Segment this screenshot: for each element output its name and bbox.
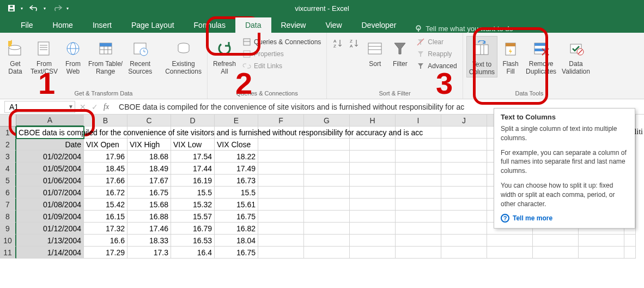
tab-review[interactable]: Review <box>271 17 316 33</box>
remove-duplicates-button[interactable]: RemoveDuplicates <box>524 36 558 76</box>
cell[interactable] <box>441 199 487 211</box>
sort-button[interactable]: Sort <box>363 36 387 69</box>
cell[interactable]: 17.67 <box>127 175 171 187</box>
cell[interactable]: 16.75 <box>215 211 258 223</box>
tab-file[interactable]: File <box>11 17 43 33</box>
cell[interactable] <box>396 211 441 223</box>
cell[interactable]: 16.75 <box>127 187 171 199</box>
tab-insert[interactable]: Insert <box>83 17 121 33</box>
cell[interactable] <box>350 163 396 175</box>
cell[interactable]: 16.79 <box>171 223 215 235</box>
get-data-button[interactable]: GetData <box>3 36 27 76</box>
cell[interactable]: 16.73 <box>215 175 258 187</box>
row-header[interactable]: 6 <box>0 187 16 199</box>
row-header[interactable]: 3 <box>0 151 16 163</box>
cell[interactable] <box>350 223 396 235</box>
cell[interactable] <box>624 247 636 259</box>
cell[interactable] <box>258 187 304 199</box>
cell[interactable]: 01/06/2004 <box>16 175 84 187</box>
edit-links-button[interactable]: Edit Links <box>239 60 323 72</box>
cell[interactable] <box>396 175 441 187</box>
cell[interactable]: 17.66 <box>84 175 127 187</box>
cell[interactable]: 15.5 <box>171 187 215 199</box>
cell[interactable] <box>441 151 487 163</box>
cell[interactable]: 17.32 <box>84 223 127 235</box>
cell[interactable]: 16.15 <box>84 211 127 223</box>
cell[interactable]: CBOE data is compiled for the convenienc… <box>16 127 84 139</box>
cell[interactable] <box>441 127 487 139</box>
cell[interactable] <box>396 163 441 175</box>
cell[interactable]: 16.75 <box>215 247 258 259</box>
column-header[interactable]: C <box>127 115 171 127</box>
cell[interactable]: 17.29 <box>84 247 127 259</box>
cell[interactable]: 17.54 <box>171 151 215 163</box>
select-all-corner[interactable] <box>0 115 16 127</box>
cell[interactable]: 01/08/2004 <box>16 199 84 211</box>
cell[interactable]: 01/07/2004 <box>16 187 84 199</box>
qat-customize-icon[interactable]: ▾ <box>66 6 71 11</box>
cell[interactable] <box>396 151 441 163</box>
cell[interactable]: VIX High <box>127 139 171 151</box>
cell[interactable] <box>304 211 350 223</box>
cell[interactable] <box>258 211 304 223</box>
tab-home[interactable]: Home <box>43 17 83 33</box>
cell[interactable]: 1/13/2004 <box>16 235 84 247</box>
qat-dropdown-icon[interactable]: ▾ <box>21 6 25 11</box>
cell[interactable] <box>396 247 441 259</box>
cell[interactable]: VIX Open <box>84 139 127 151</box>
tab-view[interactable]: View <box>315 17 351 33</box>
cell[interactable] <box>396 235 441 247</box>
queries-connections-button[interactable]: Queries & Connections <box>239 36 323 48</box>
tab-data[interactable]: Data <box>235 17 271 33</box>
cell[interactable] <box>441 163 487 175</box>
text-to-columns-button[interactable]: Text toColumns <box>466 36 497 77</box>
cell[interactable] <box>304 151 350 163</box>
sort-desc-button[interactable]: ZA <box>347 36 362 50</box>
cell[interactable]: 17.49 <box>215 163 258 175</box>
cell[interactable] <box>396 187 441 199</box>
cell[interactable] <box>350 175 396 187</box>
cell[interactable] <box>396 139 441 151</box>
row-header[interactable]: 11 <box>0 247 16 259</box>
cell[interactable] <box>350 199 396 211</box>
cell[interactable]: 18.04 <box>215 235 258 247</box>
undo-icon[interactable] <box>27 1 41 15</box>
column-header[interactable]: J <box>441 115 487 127</box>
filter-button[interactable]: Filter <box>388 36 412 69</box>
clear-button[interactable]: Clear <box>413 36 459 48</box>
cell[interactable] <box>441 139 487 151</box>
tab-page-layout[interactable]: Page Layout <box>121 17 184 33</box>
cell[interactable]: 01/12/2004 <box>16 223 84 235</box>
fx-icon[interactable]: fx <box>104 103 109 111</box>
cell[interactable]: 16.4 <box>171 247 215 259</box>
reapply-button[interactable]: Reapply <box>413 48 459 60</box>
column-header[interactable]: D <box>171 115 215 127</box>
tell-me-more-link[interactable]: ? Tell me more <box>501 214 628 223</box>
cell[interactable] <box>441 235 487 247</box>
undo-dropdown-icon[interactable]: ▾ <box>44 6 48 11</box>
cell[interactable] <box>304 163 350 175</box>
cancel-icon[interactable]: ✕ <box>80 103 86 111</box>
cell[interactable]: 16.6 <box>84 235 127 247</box>
cell[interactable]: 16.53 <box>171 235 215 247</box>
column-header[interactable]: F <box>258 115 304 127</box>
cell[interactable] <box>258 151 304 163</box>
row-header[interactable]: 4 <box>0 163 16 175</box>
cell[interactable]: 15.32 <box>171 199 215 211</box>
cell[interactable]: 15.61 <box>215 199 258 211</box>
row-header[interactable]: 10 <box>0 235 16 247</box>
cell[interactable] <box>258 199 304 211</box>
row-header[interactable]: 7 <box>0 199 16 211</box>
cell[interactable] <box>350 211 396 223</box>
column-header[interactable]: B <box>84 115 127 127</box>
cell[interactable]: 16.82 <box>215 223 258 235</box>
cell[interactable] <box>579 247 624 259</box>
row-header[interactable]: 5 <box>0 175 16 187</box>
cell[interactable] <box>487 247 533 259</box>
from-text-csv-button[interactable]: FromText/CSV <box>28 36 60 76</box>
cell[interactable] <box>304 199 350 211</box>
cell[interactable] <box>350 235 396 247</box>
cell[interactable]: VIX Close <box>215 139 258 151</box>
cell[interactable] <box>258 175 304 187</box>
from-table-range-button[interactable]: From Table/Range <box>86 36 125 76</box>
